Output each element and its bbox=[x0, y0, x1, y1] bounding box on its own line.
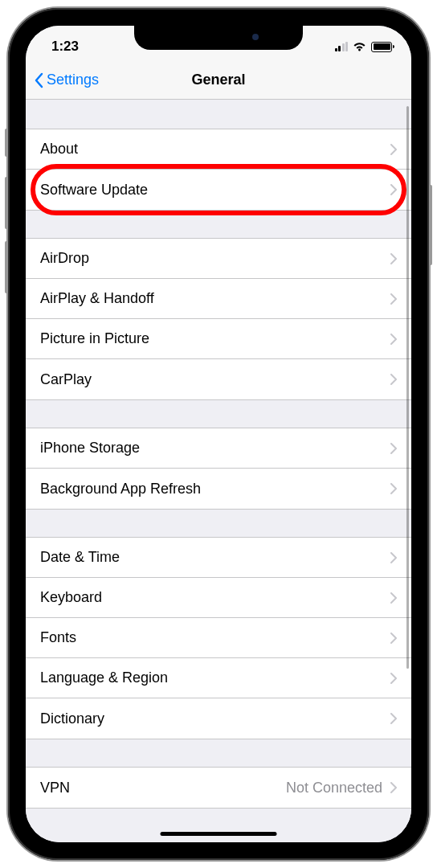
item-label: AirDrop bbox=[40, 250, 89, 267]
list-group: Date & Time Keyboard Fonts Language & Re… bbox=[26, 537, 411, 739]
item-label: Keyboard bbox=[40, 589, 102, 606]
wifi-icon bbox=[353, 42, 366, 52]
list-item-language-region[interactable]: Language & Region bbox=[26, 658, 411, 698]
power-button bbox=[429, 185, 432, 265]
status-indicators bbox=[335, 35, 393, 52]
list-item-dictionary[interactable]: Dictionary bbox=[26, 698, 411, 739]
item-value: Not Connected bbox=[286, 780, 382, 796]
list-item-carplay[interactable]: CarPlay bbox=[26, 359, 411, 399]
list-item-airdrop[interactable]: AirDrop bbox=[26, 239, 411, 279]
chevron-right-icon bbox=[390, 592, 397, 604]
list-item-vpn[interactable]: VPN Not Connected bbox=[26, 768, 411, 808]
navigation-bar: Settings General bbox=[26, 61, 411, 100]
notch bbox=[134, 26, 303, 50]
chevron-right-icon bbox=[390, 483, 397, 494]
battery-icon bbox=[371, 42, 392, 52]
mute-switch bbox=[5, 129, 8, 157]
list-item-fonts[interactable]: Fonts bbox=[26, 618, 411, 658]
chevron-right-icon bbox=[390, 334, 397, 345]
chevron-right-icon bbox=[390, 713, 397, 724]
item-label: Language & Region bbox=[40, 669, 168, 686]
list-item-iphone-storage[interactable]: iPhone Storage bbox=[26, 428, 411, 469]
chevron-right-icon bbox=[390, 782, 397, 793]
item-label: Picture in Picture bbox=[40, 330, 149, 347]
item-label: AirPlay & Handoff bbox=[40, 290, 154, 307]
list-group: VPN Not Connected bbox=[26, 767, 411, 809]
list-item-airplay-handoff[interactable]: AirPlay & Handoff bbox=[26, 279, 411, 319]
chevron-right-icon bbox=[390, 633, 397, 644]
home-indicator[interactable] bbox=[161, 832, 277, 836]
chevron-right-icon bbox=[390, 673, 397, 684]
status-time: 1:23 bbox=[51, 32, 79, 55]
list-item-background-app-refresh[interactable]: Background App Refresh bbox=[26, 469, 411, 509]
item-label: About bbox=[40, 141, 78, 158]
content-scroll[interactable]: About Software Update bbox=[26, 100, 411, 842]
list-item-picture-in-picture[interactable]: Picture in Picture bbox=[26, 319, 411, 359]
list-item-date-time[interactable]: Date & Time bbox=[26, 538, 411, 578]
item-label: Fonts bbox=[40, 629, 76, 646]
item-label: iPhone Storage bbox=[40, 440, 140, 457]
item-label: Date & Time bbox=[40, 549, 120, 566]
back-label: Settings bbox=[47, 72, 99, 88]
chevron-right-icon bbox=[390, 253, 397, 264]
list-item-about[interactable]: About bbox=[26, 129, 411, 170]
chevron-right-icon bbox=[390, 144, 397, 155]
chevron-right-icon bbox=[390, 293, 397, 305]
chevron-right-icon bbox=[390, 443, 397, 454]
page-title: General bbox=[191, 72, 245, 88]
cellular-signal-icon bbox=[335, 42, 349, 51]
volume-up-button bbox=[5, 177, 8, 229]
item-label: Background App Refresh bbox=[40, 481, 201, 497]
camera-dot bbox=[252, 34, 259, 40]
back-button[interactable]: Settings bbox=[34, 72, 99, 88]
phone-frame: 1:23 bbox=[8, 8, 429, 860]
list-group: iPhone Storage Background App Refresh bbox=[26, 428, 411, 510]
screen: 1:23 bbox=[26, 26, 411, 842]
chevron-right-icon bbox=[390, 184, 397, 195]
list-group: AirDrop AirPlay & Handoff Picture in Pic… bbox=[26, 238, 411, 400]
item-label: CarPlay bbox=[40, 371, 92, 388]
list-group: About Software Update bbox=[26, 129, 411, 211]
chevron-right-icon bbox=[390, 552, 397, 563]
phone-bezel: 1:23 bbox=[14, 14, 423, 854]
item-label: VPN bbox=[40, 780, 70, 796]
scroll-indicator bbox=[406, 106, 409, 669]
chevron-right-icon bbox=[390, 374, 397, 385]
item-label: Software Update bbox=[40, 182, 148, 199]
item-label: Dictionary bbox=[40, 710, 104, 727]
list-item-software-update[interactable]: Software Update bbox=[26, 170, 411, 210]
volume-down-button bbox=[5, 241, 8, 293]
list-item-keyboard[interactable]: Keyboard bbox=[26, 578, 411, 618]
chevron-left-icon bbox=[34, 72, 43, 88]
